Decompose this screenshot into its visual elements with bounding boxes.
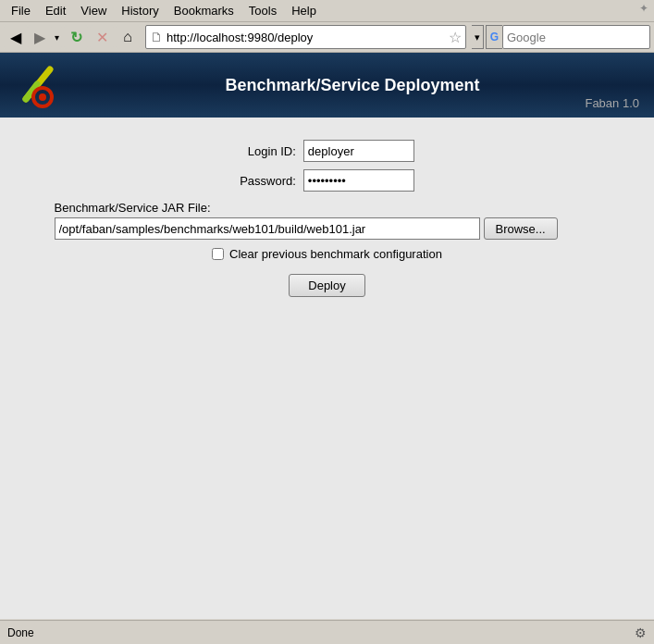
menu-view[interactable]: View: [73, 2, 114, 19]
back-button[interactable]: ◀: [4, 25, 28, 49]
deploy-button[interactable]: Deploy: [289, 274, 364, 297]
bookmark-star-icon[interactable]: ☆: [449, 29, 462, 46]
address-bar: 🗋 ☆: [145, 25, 466, 49]
menu-bookmarks[interactable]: Bookmarks: [167, 2, 241, 19]
history-dropdown-button[interactable]: ▾: [52, 25, 62, 49]
svg-point-3: [39, 93, 46, 101]
reload-icon: ↻: [70, 29, 82, 46]
status-icon: ⚙: [635, 625, 647, 640]
home-icon: ⌂: [123, 29, 132, 45]
deploy-row: Deploy: [289, 268, 364, 297]
app-logo: [15, 60, 66, 111]
address-dropdown-button[interactable]: ▾: [472, 25, 484, 49]
jar-file-input[interactable]: [55, 217, 480, 240]
window-controls: ✦: [639, 2, 648, 15]
search-bar: 🔍: [502, 25, 650, 49]
search-group: G 🔍: [486, 25, 650, 49]
address-page-icon: 🗋: [150, 30, 163, 44]
stop-icon: ✕: [96, 29, 108, 46]
login-id-label: Login ID:: [236, 136, 300, 166]
status-text: Done: [7, 626, 635, 639]
browse-button[interactable]: Browse...: [484, 217, 558, 240]
address-input[interactable]: [167, 31, 445, 44]
stop-button[interactable]: ✕: [90, 25, 114, 49]
forward-button[interactable]: ▶: [28, 25, 52, 49]
jar-file-label: Benchmark/Service JAR File:: [55, 201, 600, 215]
login-form: Login ID: Password:: [236, 136, 418, 195]
menu-history[interactable]: History: [114, 2, 166, 19]
password-label: Password:: [236, 166, 300, 195]
login-id-cell: [300, 136, 418, 166]
jar-file-row: Browse...: [55, 217, 600, 240]
toolbar: ◀ ▶ ▾ ↻ ✕ ⌂ 🗋 ☆ ▾ G 🔍: [0, 22, 654, 53]
search-engine-label: G: [490, 31, 499, 43]
address-dropdown-icon: ▾: [475, 31, 480, 43]
jar-file-section: Benchmark/Service JAR File: Browse...: [55, 201, 600, 240]
dropdown-arrow-icon: ▾: [55, 32, 59, 43]
menu-file[interactable]: File: [4, 2, 38, 19]
clear-config-row: Clear previous benchmark configuration: [55, 247, 600, 261]
page-content: Benchmark/Service Deployment Faban 1.0 L…: [0, 53, 654, 619]
home-button[interactable]: ⌂: [116, 25, 140, 49]
app-header: Benchmark/Service Deployment Faban 1.0: [0, 53, 654, 118]
app-title: Benchmark/Service Deployment: [66, 76, 639, 95]
menu-tools[interactable]: Tools: [241, 2, 284, 19]
clear-config-checkbox[interactable]: [212, 248, 224, 260]
login-id-input[interactable]: [303, 140, 414, 162]
form-area: Login ID: Password: Benchmark/Service JA…: [0, 118, 654, 316]
back-forward-group: ◀ ▶ ▾: [4, 25, 62, 49]
search-engine-indicator: G: [486, 25, 502, 49]
back-icon: ◀: [10, 29, 21, 46]
statusbar: Done ⚙: [0, 620, 654, 644]
menubar: File Edit View History Bookmarks Tools H…: [0, 0, 654, 22]
forward-icon: ▶: [34, 29, 45, 46]
clear-config-label: Clear previous benchmark configuration: [229, 247, 442, 261]
password-cell: [300, 166, 418, 195]
search-input[interactable]: [507, 31, 654, 44]
reload-button[interactable]: ↻: [64, 25, 88, 49]
app-version: Faban 1.0: [585, 96, 639, 110]
password-input[interactable]: [303, 169, 414, 192]
menu-help[interactable]: Help: [284, 2, 324, 19]
menu-edit[interactable]: Edit: [38, 2, 73, 19]
